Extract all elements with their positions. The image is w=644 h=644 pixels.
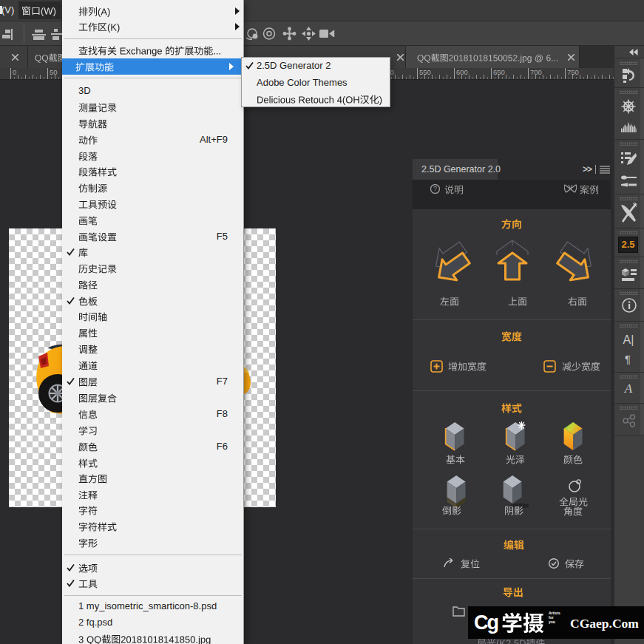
- svg-text:?: ?: [433, 185, 437, 192]
